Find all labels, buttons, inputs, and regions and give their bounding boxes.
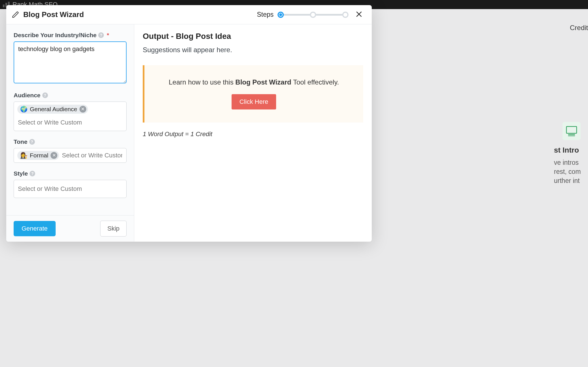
tone-label: Tone ?: [14, 138, 127, 145]
chip-label: General Audience: [30, 106, 77, 113]
globe-icon: 🌍: [20, 106, 28, 113]
learn-cta-button[interactable]: Click Here: [232, 94, 276, 109]
blog-post-wizard-modal: Blog Post Wizard Steps Describe Your Ind…: [6, 5, 372, 242]
close-icon: [355, 10, 363, 18]
chip-remove-button[interactable]: ✕: [51, 152, 57, 159]
modal-header: Blog Post Wizard Steps: [6, 5, 372, 24]
learn-callout: Learn how to use this Blog Post Wizard T…: [143, 65, 363, 123]
form-footer: Generate Skip: [6, 215, 134, 242]
skip-button[interactable]: Skip: [100, 221, 127, 237]
industry-group: Describe Your Industry/Niche ? *: [14, 32, 127, 85]
tone-chip: 👩‍⚖️ Formal ✕: [17, 151, 59, 160]
style-label: Style ?: [14, 170, 127, 177]
required-icon: *: [107, 32, 109, 39]
tone-group: Tone ? 👩‍⚖️ Formal ✕: [14, 138, 127, 163]
audience-label: Audience ?: [14, 92, 127, 99]
step-3-dot[interactable]: [342, 12, 348, 18]
credit-note: 1 Word Output = 1 Credit: [143, 130, 363, 138]
output-subtitle: Suggestions will appear here.: [143, 46, 363, 54]
bg-tool-title: st Intro: [554, 146, 588, 155]
output-panel: Output - Blog Post Idea Suggestions will…: [134, 24, 372, 242]
help-icon[interactable]: ?: [30, 171, 35, 176]
close-button[interactable]: [354, 9, 364, 20]
judge-icon: 👩‍⚖️: [20, 152, 28, 159]
chip-remove-button[interactable]: ✕: [79, 106, 86, 113]
help-icon[interactable]: ?: [42, 92, 48, 98]
step-line: [284, 14, 310, 16]
output-title: Output - Blog Post Idea: [143, 32, 363, 41]
steps-indicator: Steps: [257, 11, 348, 18]
credits-label: Credit: [570, 18, 588, 37]
pencil-icon: [12, 11, 19, 18]
audience-text-input[interactable]: [17, 115, 123, 130]
monitor-icon: [562, 122, 581, 140]
help-icon[interactable]: ?: [29, 139, 35, 145]
svg-rect-0: [3, 5, 5, 7]
help-icon[interactable]: ?: [98, 32, 104, 38]
modal-title: Blog Post Wizard: [23, 10, 84, 19]
style-input[interactable]: [14, 180, 127, 198]
bg-tool-card: st Intro ve intros rest, com urther int: [554, 122, 588, 185]
generate-button[interactable]: Generate: [14, 221, 56, 236]
step-2-dot[interactable]: [310, 12, 316, 18]
audience-group: Audience ? 🌍 General Audience ✕: [14, 92, 127, 131]
industry-input[interactable]: [14, 41, 127, 83]
form-panel: Describe Your Industry/Niche ? * Audienc…: [6, 24, 134, 242]
style-group: Style ?: [14, 170, 127, 198]
audience-input[interactable]: 🌍 General Audience ✕: [14, 102, 127, 131]
audience-chip: 🌍 General Audience ✕: [17, 105, 88, 114]
bg-tool-desc: ve intros rest, com urther int: [554, 158, 588, 185]
steps-label: Steps: [257, 11, 274, 18]
callout-text: Learn how to use this Blog Post Wizard T…: [153, 78, 355, 86]
industry-label: Describe Your Industry/Niche ? *: [14, 32, 127, 39]
tone-input[interactable]: 👩‍⚖️ Formal ✕: [14, 148, 127, 163]
chip-label: Formal: [30, 152, 48, 159]
step-1-dot[interactable]: [278, 12, 284, 18]
tone-text-input[interactable]: [61, 151, 123, 160]
style-text-input[interactable]: [17, 182, 123, 195]
step-line: [316, 14, 342, 16]
svg-rect-3: [566, 126, 577, 133]
